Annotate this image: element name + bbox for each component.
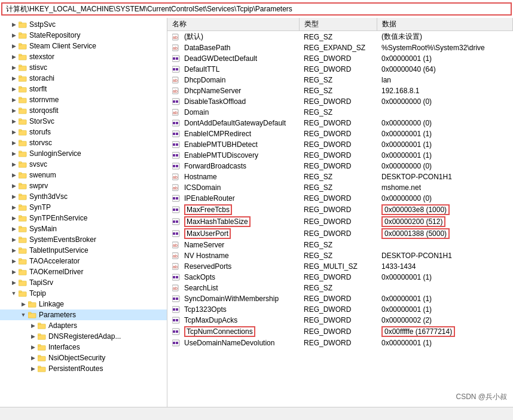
tree-item-SystemEventsBroker[interactable]: SystemEventsBroker: [0, 234, 167, 245]
tree-arrow-collapsed-icon[interactable]: [10, 74, 18, 82]
tree-item-NsiObjectSecurity[interactable]: NsiObjectSecurity: [0, 352, 167, 363]
tree-item-Linkage[interactable]: Linkage: [0, 299, 167, 309]
tree-item-svsvc[interactable]: svsvc: [0, 159, 167, 170]
tree-pane[interactable]: SstpSvc StateRepository Steam Client Ser…: [0, 18, 167, 407]
tree-arrow-collapsed-icon[interactable]: [19, 300, 28, 308]
tree-item-stexstor[interactable]: stexstor: [0, 51, 167, 62]
tree-arrow-expanded-icon[interactable]: [19, 311, 28, 319]
table-row[interactable]: DefaultTTLREG_DWORD0x00000040 (64): [167, 64, 513, 75]
tree-arrow-expanded-icon[interactable]: [10, 289, 18, 298]
tree-arrow-collapsed-icon[interactable]: [10, 225, 18, 233]
svg-rect-44: [19, 259, 26, 264]
tree-arrow-collapsed-icon[interactable]: [10, 257, 18, 265]
tree-item-SteamClientService[interactable]: Steam Client Service: [0, 41, 167, 51]
tree-arrow-collapsed-icon[interactable]: [10, 31, 18, 39]
table-row[interactable]: ab NameServerREG_SZ: [167, 240, 513, 250]
table-row[interactable]: ab NV HostnameREG_SZDESKTOP-PCON1H1: [167, 250, 513, 261]
tree-arrow-collapsed-icon[interactable]: [10, 117, 18, 125]
tree-item-SysMain[interactable]: SysMain: [0, 223, 167, 234]
tree-arrow-collapsed-icon[interactable]: [10, 63, 18, 72]
tree-item-Synth3dVsc[interactable]: Synth3dVsc: [0, 191, 167, 202]
tree-arrow-collapsed-icon[interactable]: [29, 332, 37, 341]
tree-arrow-collapsed-icon[interactable]: [10, 160, 18, 168]
tree-arrow-collapsed-icon[interactable]: [10, 106, 18, 115]
tree-arrow-collapsed-icon[interactable]: [10, 192, 18, 201]
tree-arrow-collapsed-icon[interactable]: [10, 139, 18, 147]
tree-arrow-collapsed-icon[interactable]: [29, 321, 37, 330]
table-row[interactable]: MaxFreeTcbsREG_DWORD0x000003e8 (1000): [167, 204, 513, 216]
tree-arrow-collapsed-icon[interactable]: [10, 278, 18, 287]
tree-arrow-collapsed-icon[interactable]: [10, 246, 18, 255]
table-row[interactable]: ab ReservedPortsREG_MULTI_SZ1433-1434: [167, 261, 513, 272]
tree-item-TapiSrv[interactable]: TapiSrv: [0, 277, 167, 288]
tree-arrow-collapsed-icon[interactable]: [10, 268, 18, 276]
tree-arrow-collapsed-icon[interactable]: [10, 203, 18, 211]
tree-arrow-collapsed-icon[interactable]: [10, 182, 18, 190]
tree-item-stisvc[interactable]: stisvc: [0, 62, 167, 73]
tree-item-storvsc[interactable]: storvsc: [0, 137, 167, 148]
table-row[interactable]: TcpNumConnectionsREG_DWORD0x00fffffe (16…: [167, 326, 513, 338]
tree-item-stornvme[interactable]: stornvme: [0, 94, 167, 105]
registry-pane[interactable]: 名称 类型 数据 ab (默认)REG_SZ(数值未设置) ab DataBas…: [167, 18, 513, 407]
tree-item-DNSRegisteredAdap[interactable]: DNSRegisteredAdap...: [0, 331, 167, 342]
svg-rect-29: [19, 173, 22, 174]
tree-arrow-collapsed-icon[interactable]: [10, 128, 18, 136]
tree-arrow-collapsed-icon[interactable]: [10, 96, 18, 104]
table-row[interactable]: ab SearchListREG_SZ: [167, 283, 513, 293]
tree-item-SstpSvc[interactable]: SstpSvc: [0, 19, 167, 30]
table-row[interactable]: ab ICSDomainREG_SZmshome.net: [167, 182, 513, 193]
tree-item-SynTP[interactable]: SynTP: [0, 202, 167, 213]
tree-item-storflt[interactable]: storflt: [0, 84, 167, 94]
tree-item-swenum[interactable]: swenum: [0, 170, 167, 180]
table-row[interactable]: SyncDomainWithMembershipREG_DWORD0x00000…: [167, 293, 513, 304]
table-row[interactable]: DeadGWDetectDefaultREG_DWORD0x00000001 (…: [167, 53, 513, 64]
tree-item-storachi[interactable]: storachi: [0, 73, 167, 84]
table-row[interactable]: MaxHashTableSizeREG_DWORD0x00000200 (512…: [167, 216, 513, 228]
table-row[interactable]: Tcp1323OptsREG_DWORD0x00000001 (1): [167, 304, 513, 315]
table-row[interactable]: UseDomainNameDevolutionREG_DWORD0x000000…: [167, 338, 513, 348]
tree-item-SynTPEnhService[interactable]: SynTPEnhService: [0, 213, 167, 223]
tree-arrow-collapsed-icon[interactable]: [10, 20, 18, 29]
tree-item-TAOKernelDriver[interactable]: TAOKernelDriver: [0, 266, 167, 277]
tree-item-TAOAccelerator[interactable]: TAOAccelerator: [0, 256, 167, 266]
tree-arrow-collapsed-icon[interactable]: [29, 364, 37, 373]
tree-item-StateRepository[interactable]: StateRepository: [0, 30, 167, 41]
table-row[interactable]: IPEnableRouterREG_DWORD0x00000000 (0): [167, 193, 513, 204]
tree-item-storufs[interactable]: storufs: [0, 127, 167, 137]
tree-item-storqosfit[interactable]: storqosfit: [0, 105, 167, 116]
tree-arrow-collapsed-icon[interactable]: [10, 42, 18, 50]
tree-arrow-collapsed-icon[interactable]: [10, 85, 18, 93]
table-row[interactable]: TcpMaxDupAcksREG_DWORD0x00000002 (2): [167, 315, 513, 326]
tree-arrow-collapsed-icon[interactable]: [29, 343, 37, 351]
tree-arrow-collapsed-icon[interactable]: [10, 149, 18, 158]
table-row[interactable]: DontAddDefaultGatewayDefaultREG_DWORD0x0…: [167, 118, 513, 128]
table-row[interactable]: EnableICMPRedirectREG_DWORD0x00000001 (1…: [167, 128, 513, 139]
tree-arrow-collapsed-icon[interactable]: [10, 235, 18, 244]
tree-arrow-collapsed-icon[interactable]: [29, 354, 37, 362]
tree-item-TabletInputService[interactable]: TabletInputService: [0, 245, 167, 256]
tree-arrow-collapsed-icon[interactable]: [10, 53, 18, 61]
tree-arrow-collapsed-icon[interactable]: [10, 214, 18, 222]
table-row[interactable]: EnablePMTUDiscoveryREG_DWORD0x00000001 (…: [167, 150, 513, 161]
table-row[interactable]: ab (默认)REG_SZ(数值未设置): [167, 31, 513, 43]
table-row[interactable]: ab DataBasePathREG_EXPAND_SZ%SystemRoot%…: [167, 42, 513, 53]
address-bar[interactable]: 计算机\HKEY_LOCAL_MACHINE\SYSTEM\CurrentCon…: [1, 2, 512, 16]
tree-item-swprv[interactable]: swprv: [0, 180, 167, 191]
table-row[interactable]: ab DomainREG_SZ: [167, 107, 513, 118]
table-row[interactable]: EnablePMTUBHDetectREG_DWORD0x00000001 (1…: [167, 139, 513, 150]
table-row[interactable]: SackOptsREG_DWORD0x00000001 (1): [167, 272, 513, 283]
tree-item-Parameters[interactable]: Parameters: [0, 309, 167, 320]
tree-item-SunloginService[interactable]: SunloginService: [0, 148, 167, 159]
table-row[interactable]: MaxUserPortREG_DWORD0x00001388 (5000): [167, 228, 513, 240]
tree-item-Interfaces[interactable]: Interfaces: [0, 342, 167, 352]
table-row[interactable]: ab DhcpDomainREG_SZlan: [167, 75, 513, 85]
tree-arrow-collapsed-icon[interactable]: [10, 171, 18, 179]
table-row[interactable]: DisableTaskOffloadREG_DWORD0x00000000 (0…: [167, 96, 513, 107]
table-row[interactable]: ab HostnameREG_SZDESKTOP-PCON1H1: [167, 171, 513, 182]
table-row[interactable]: ForwardBroadcastsREG_DWORD0x00000000 (0): [167, 161, 513, 171]
table-row[interactable]: ab DhcpNameServerREG_SZ192.168.8.1: [167, 85, 513, 96]
tree-item-StorSvc[interactable]: StorSvc: [0, 116, 167, 127]
tree-item-PersistentRoutes[interactable]: PersistentRoutes: [0, 363, 167, 374]
tree-item-Tcpip[interactable]: Tcpip: [0, 288, 167, 299]
tree-item-Adapters[interactable]: Adapters: [0, 320, 167, 331]
